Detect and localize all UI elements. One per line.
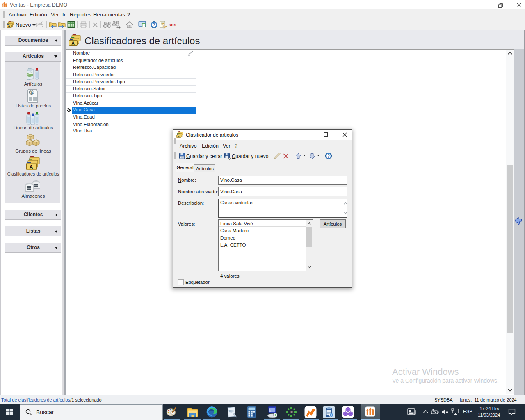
svg-text:?: ? <box>153 22 155 27</box>
svg-text:A: A <box>178 135 180 138</box>
svg-text:?: ? <box>327 154 330 158</box>
svg-text:IB: IB <box>290 411 293 414</box>
svg-text:A: A <box>71 41 75 46</box>
svg-text:?: ? <box>162 23 165 27</box>
svg-text:$: $ <box>30 90 33 95</box>
svg-text:A: A <box>29 164 33 170</box>
svg-text:A: A <box>8 25 10 27</box>
